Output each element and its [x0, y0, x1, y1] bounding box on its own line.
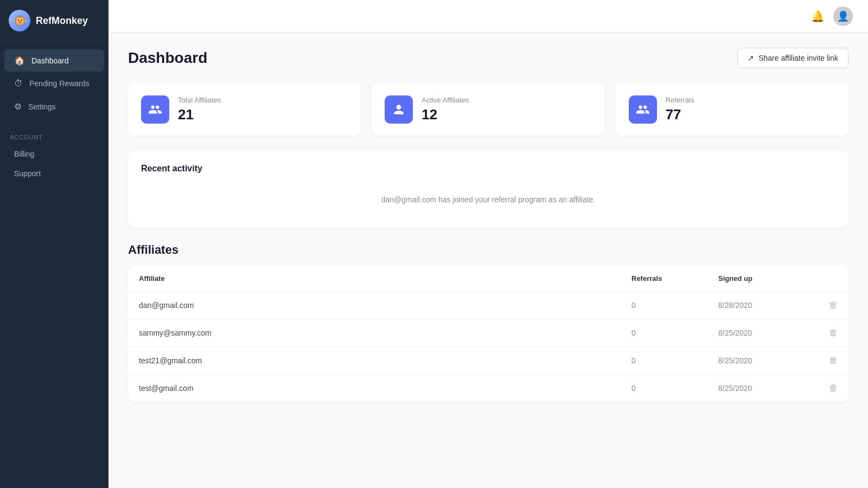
- affiliate-signed-up: 8/25/2020: [718, 329, 805, 337]
- affiliates-table: Affiliate Referrals Signed up dan@gmail.…: [128, 266, 848, 402]
- pending-rewards-icon: ⏱: [14, 79, 23, 88]
- sidebar-item-dashboard-label: Dashboard: [31, 56, 69, 65]
- topbar: 🔔 👤: [108, 0, 868, 33]
- referrals-value: 77: [666, 106, 694, 123]
- affiliate-signed-up: 8/25/2020: [718, 356, 805, 365]
- logo-icon: 🐵: [9, 10, 30, 31]
- notification-bell-icon[interactable]: 🔔: [811, 10, 825, 23]
- dashboard-icon: 🏠: [14, 55, 25, 66]
- page-header: Dashboard ↗ Share affiliate invite link: [128, 48, 848, 68]
- stat-card-referrals: Referrals 77: [616, 84, 848, 136]
- affiliate-email: dan@gmail.com: [139, 301, 631, 310]
- affiliate-email: sammy@sammy.com: [139, 329, 631, 337]
- referrals-label: Referrals: [666, 96, 694, 104]
- affiliate-referrals: 0: [631, 301, 718, 310]
- total-affiliates-icon: [141, 95, 169, 124]
- user-avatar[interactable]: 👤: [833, 7, 853, 26]
- share-invite-link-button[interactable]: ↗ Share affiliate invite link: [737, 48, 848, 68]
- sidebar-item-settings[interactable]: ⚙ Settings: [4, 95, 104, 118]
- sidebar-item-support[interactable]: Support: [4, 164, 104, 183]
- affiliate-email: test21@gmail.com: [139, 356, 631, 365]
- affiliate-referrals: 0: [631, 329, 718, 337]
- table-row: sammy@sammy.com 0 8/25/2020 🗑: [128, 319, 848, 347]
- page-content: Dashboard ↗ Share affiliate invite link …: [108, 33, 868, 488]
- sidebar-item-pending-rewards-label: Pending Rewards: [29, 79, 90, 88]
- affiliate-referrals: 0: [631, 356, 718, 365]
- affiliate-signed-up: 8/28/2020: [718, 301, 805, 310]
- total-affiliates-value: 21: [178, 106, 221, 123]
- sidebar: 🐵 RefMonkey 🏠 Dashboard ⏱ Pending Reward…: [0, 0, 108, 488]
- col-actions: [805, 274, 838, 282]
- delete-affiliate-button[interactable]: 🗑: [805, 383, 838, 393]
- account-section-label: ACCOUNT: [0, 125, 108, 144]
- referrals-info: Referrals 77: [666, 96, 694, 123]
- sidebar-logo: 🐵 RefMonkey: [0, 0, 108, 42]
- share-link-icon: ↗: [748, 54, 754, 62]
- activity-message: dan@gmail.com has joined your referral p…: [141, 184, 835, 215]
- stat-card-active-affiliates: Active Affiliates 12: [372, 84, 604, 136]
- sidebar-item-settings-label: Settings: [28, 102, 56, 111]
- table-row: dan@gmail.com 0 8/28/2020 🗑: [128, 292, 848, 319]
- active-affiliates-info: Active Affiliates 12: [422, 96, 469, 123]
- stats-row: Total Affiliates 21 Active Affiliates 12: [128, 84, 848, 136]
- col-signed-up: Signed up: [718, 274, 805, 282]
- active-affiliates-label: Active Affiliates: [422, 96, 469, 104]
- active-affiliates-icon: [385, 95, 413, 124]
- page-title: Dashboard: [128, 49, 207, 67]
- share-link-label: Share affiliate invite link: [758, 54, 838, 62]
- delete-affiliate-button[interactable]: 🗑: [805, 356, 838, 365]
- settings-icon: ⚙: [14, 101, 22, 112]
- table-row: test21@gmail.com 0 8/25/2020 🗑: [128, 347, 848, 375]
- referrals-icon: [629, 95, 657, 124]
- app-name: RefMonkey: [36, 15, 88, 27]
- recent-activity-title: Recent activity: [141, 164, 835, 174]
- table-row: test@gmail.com 0 8/25/2020 🗑: [128, 375, 848, 402]
- delete-affiliate-button[interactable]: 🗑: [805, 328, 838, 338]
- sidebar-nav: 🏠 Dashboard ⏱ Pending Rewards ⚙ Settings: [0, 42, 108, 125]
- col-referrals: Referrals: [631, 274, 718, 282]
- table-header: Affiliate Referrals Signed up: [128, 266, 848, 292]
- affiliates-section: Affiliates Affiliate Referrals Signed up…: [128, 243, 848, 402]
- delete-affiliate-button[interactable]: 🗑: [805, 300, 838, 310]
- total-affiliates-label: Total Affiliates: [178, 96, 221, 104]
- active-affiliates-value: 12: [422, 106, 469, 123]
- sidebar-item-dashboard[interactable]: 🏠 Dashboard: [4, 49, 104, 72]
- stat-card-total-affiliates: Total Affiliates 21: [128, 84, 361, 136]
- affiliates-title: Affiliates: [128, 243, 848, 257]
- sidebar-item-billing[interactable]: Billing: [4, 145, 104, 163]
- recent-activity-card: Recent activity dan@gmail.com has joined…: [128, 151, 848, 228]
- main-content: 🔔 👤 Dashboard ↗ Share affiliate invite l…: [108, 0, 868, 488]
- affiliate-referrals: 0: [631, 384, 718, 393]
- col-affiliate: Affiliate: [139, 274, 631, 282]
- account-section: ACCOUNT Billing Support: [0, 125, 108, 184]
- affiliate-email: test@gmail.com: [139, 384, 631, 393]
- affiliate-signed-up: 8/25/2020: [718, 384, 805, 393]
- sidebar-item-pending-rewards[interactable]: ⏱ Pending Rewards: [4, 73, 104, 94]
- total-affiliates-info: Total Affiliates 21: [178, 96, 221, 123]
